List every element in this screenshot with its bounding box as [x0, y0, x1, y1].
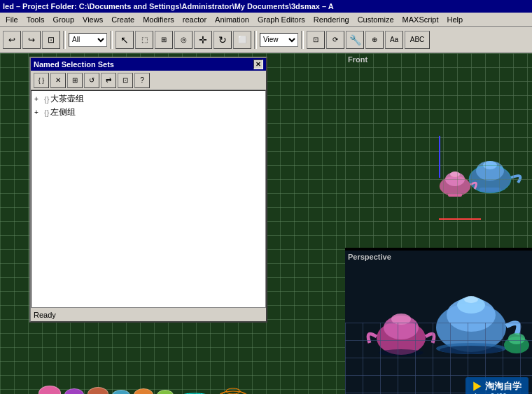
menu-create[interactable]: Create [107, 14, 139, 25]
menu-modifiers[interactable]: Modifiers [139, 14, 178, 25]
menu-group[interactable]: Group [48, 14, 78, 25]
dialog-close-btn[interactable]: ✕ [253, 59, 263, 69]
watermark-line1: 淘淘自学 [485, 380, 522, 393]
status-text: Ready [34, 311, 56, 319]
menu-rendering[interactable]: Rendering [309, 14, 354, 25]
toolbar-btn-extra1[interactable]: ⊡ [307, 31, 325, 49]
tree-item-dachahu[interactable]: + {} 大茶壶组 [33, 92, 264, 106]
tree-label-2: 左侧组 [50, 106, 76, 118]
perspective-viewport[interactable]: Perspective [345, 249, 532, 394]
dialog-content[interactable]: + {} 大茶壶组 + {} 左侧组 [31, 90, 266, 314]
select-by-name-btn[interactable]: ⊞ [155, 31, 173, 49]
dialog-title: Named Selection Sets [34, 60, 114, 69]
svg-point-20 [464, 296, 478, 303]
title-bar: led – Project Folder: C:\Documents and S… [0, 0, 532, 13]
menu-reactor[interactable]: reactor [178, 14, 211, 25]
toolbar-undo-btn[interactable]: ↩ [3, 31, 21, 49]
dialog-titlebar: Named Selection Sets ✕ [31, 58, 266, 71]
tree-item-zuoce[interactable]: + {} 左侧组 [33, 106, 264, 119]
dialog-btn-delete[interactable]: ✕ [50, 73, 66, 88]
menu-graph-editors[interactable]: Graph Editors [253, 14, 309, 25]
perspective-label: Perspective [348, 253, 391, 261]
obj-wire2 [216, 386, 251, 394]
dialog-btn-sub[interactable]: ↺ [84, 73, 99, 88]
select-circle-btn[interactable]: ◎ [174, 31, 192, 49]
scale-btn[interactable]: ⬜ [233, 31, 251, 49]
expand-icon-2: + [34, 108, 43, 116]
title-text: led – Project Folder: C:\Documents and S… [3, 2, 334, 10]
named-selection-dialog: Named Selection Sets ✕ { } ✕ ⊞ ↺ ⇄ ⊡ ? +… [29, 57, 267, 323]
toolbar-btn-extra6[interactable]: ABC [405, 31, 430, 49]
select-region-btn[interactable]: ⬚ [135, 31, 153, 49]
tree-icon-1: {} [44, 95, 49, 104]
obj-cyan [112, 390, 130, 394]
view-dropdown[interactable]: View [260, 33, 298, 47]
dialog-btn-help[interactable]: ? [134, 73, 150, 88]
tree-label-1: 大茶壶组 [50, 93, 84, 105]
dialog-btn-select[interactable]: { } [34, 73, 49, 88]
menu-file[interactable]: File [1, 14, 22, 25]
main-content: Named Selection Sets ✕ { } ✕ ⊞ ↺ ⇄ ⊡ ? +… [0, 53, 532, 394]
select-filter-dropdown[interactable]: All [69, 33, 107, 47]
tree-icon-2: {} [44, 108, 49, 117]
toolbar-btn-extra5[interactable]: Aa [385, 31, 403, 49]
toolbar-sep1 [63, 31, 66, 49]
obj-green [157, 390, 174, 394]
obj-orange [134, 388, 153, 394]
toolbar-btn-extra2[interactable]: ⟳ [326, 31, 344, 49]
toolbar-sep3 [254, 31, 257, 49]
toolbar: ↩ ↪ ⊡ All ↖ ⬚ ⊞ ◎ ✛ ↻ ⬜ View ⊡ ⟳ 🔧 ⊕ Aa … [0, 27, 532, 53]
dialog-btn-select2[interactable]: ⊡ [118, 73, 133, 88]
menu-help[interactable]: Help [443, 14, 468, 25]
toolbar-btn-extra3[interactable]: 🔧 [346, 31, 364, 49]
obj-brown [88, 387, 108, 394]
menu-customize[interactable]: Customize [354, 14, 398, 25]
menu-animation[interactable]: Animation [211, 14, 253, 25]
menu-bar: File Tools Group Views Create Modifiers … [0, 13, 532, 27]
menu-views[interactable]: Views [78, 14, 107, 25]
front-viewport[interactable]: Front [345, 53, 532, 249]
menu-tools[interactable]: Tools [22, 14, 49, 25]
x-axis [439, 218, 481, 220]
persp-content: Perspective [345, 251, 532, 394]
right-panel: Front [345, 53, 532, 394]
dialog-toolbar: { } ✕ ⊞ ↺ ⇄ ⊡ ? [31, 71, 266, 90]
obj-pink [38, 386, 61, 394]
obj-purple [64, 388, 84, 394]
front-label: Front [348, 55, 368, 64]
rotate-btn[interactable]: ↻ [214, 31, 232, 49]
watermark: 淘淘自学 zixue.3d66.com [465, 377, 528, 394]
toolbar-btn-extra4[interactable]: ⊕ [365, 31, 384, 49]
dialog-status: Ready [31, 307, 266, 321]
select-tool-btn[interactable]: ↖ [115, 31, 134, 49]
bottom-objects [38, 386, 251, 394]
left-viewport[interactable]: Named Selection Sets ✕ { } ✕ ⊞ ↺ ⇄ ⊡ ? +… [0, 53, 345, 394]
toolbar-sep4 [301, 31, 304, 49]
menu-maxscript[interactable]: MAXScript [398, 14, 443, 25]
move-btn[interactable]: ✛ [194, 31, 212, 49]
y-axis [439, 136, 440, 178]
toolbar-redo-btn[interactable]: ↪ [22, 31, 41, 49]
toolbar-select-obj-btn[interactable]: ⊡ [42, 31, 60, 49]
expand-icon-1: + [34, 95, 43, 103]
dialog-btn-add[interactable]: ⊞ [67, 73, 83, 88]
toolbar-sep2 [110, 31, 113, 49]
dialog-btn-highlight[interactable]: ⇄ [101, 73, 116, 88]
obj-wire1 [177, 391, 212, 394]
